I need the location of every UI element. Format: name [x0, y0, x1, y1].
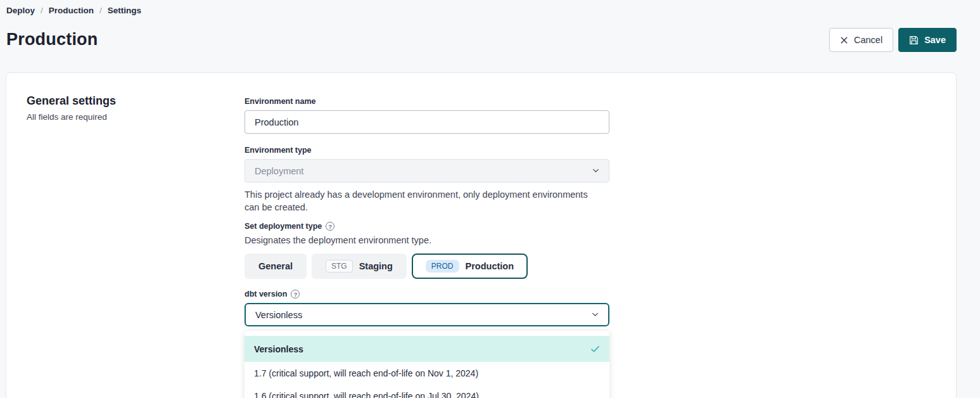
environment-name-label: Environment name [245, 97, 609, 106]
breadcrumb: Deploy / Production / Settings [6, 6, 141, 15]
dbt-version-option-versionless[interactable]: Versionless [245, 336, 609, 362]
chevron-down-icon [592, 312, 599, 317]
section-subtitle: All fields are required [27, 112, 116, 122]
dbt-version-option-1-6[interactable]: 1.6 (critical support, will reach end-of… [245, 385, 609, 398]
deployment-type-production-button[interactable]: PROD Production [412, 254, 528, 279]
save-floppy-icon [909, 35, 919, 45]
breadcrumb-separator: / [41, 6, 43, 15]
deployment-type-production-label: Production [466, 261, 514, 271]
deployment-type-description: Designates the deployment environment ty… [245, 235, 609, 245]
environment-name-input[interactable] [245, 110, 609, 134]
dbt-version-option-label: Versionless [254, 344, 303, 354]
deployment-type-label-text: Set deployment type [245, 222, 322, 231]
header-actions: Cancel Save [829, 28, 957, 52]
deployment-type-options: General STG Staging PROD Production [245, 254, 609, 279]
page-title: Production [6, 30, 98, 49]
breadcrumb-deploy[interactable]: Deploy [6, 6, 35, 15]
environment-type-select[interactable]: Deployment [245, 159, 609, 183]
deployment-type-staging-label: Staging [359, 261, 393, 271]
dbt-version-option-1-7[interactable]: 1.7 (critical support, will reach end-of… [245, 362, 609, 385]
deployment-type-staging-button[interactable]: STG Staging [312, 254, 407, 279]
cancel-button[interactable]: Cancel [829, 28, 893, 52]
dbt-version-menu: Versionless 1.7 (critical support, will … [245, 331, 609, 398]
environment-type-value: Deployment [255, 166, 303, 176]
check-icon [590, 345, 600, 352]
environment-type-helper: This project already has a development e… [245, 188, 590, 214]
section-title: General settings [27, 94, 116, 108]
dbt-version-option-label: 1.7 (critical support, will reach end-of… [254, 368, 478, 378]
close-icon [840, 36, 848, 44]
help-icon[interactable]: ? [326, 222, 334, 231]
cancel-button-label: Cancel [854, 35, 882, 45]
breadcrumb-settings[interactable]: Settings [108, 6, 141, 15]
deployment-type-label: Set deployment type ? [245, 222, 609, 231]
general-settings-card: General settings All fields are required… [6, 72, 957, 398]
help-icon[interactable]: ? [291, 290, 300, 298]
dbt-version-label: dbt version ? [245, 290, 609, 298]
breadcrumb-separator: / [99, 6, 102, 15]
breadcrumb-production[interactable]: Production [49, 6, 94, 15]
settings-form: Environment name Environment type Deploy… [245, 97, 609, 398]
deployment-type-general-label: General [258, 261, 293, 271]
environment-type-label: Environment type [245, 146, 609, 155]
dbt-version-select[interactable]: Versionless [245, 303, 609, 326]
save-button[interactable]: Save [898, 28, 957, 52]
dbt-version-label-text: dbt version [245, 290, 287, 298]
save-button-label: Save [924, 35, 946, 45]
prod-badge: PROD [426, 260, 459, 273]
deployment-type-general-button[interactable]: General [245, 254, 307, 279]
dbt-version-value: Versionless [255, 310, 302, 320]
section-info: General settings All fields are required [27, 94, 116, 122]
staging-badge: STG [326, 260, 353, 273]
dbt-version-option-label: 1.6 (critical support, will reach end-of… [254, 391, 479, 398]
chevron-down-icon [592, 169, 599, 173]
